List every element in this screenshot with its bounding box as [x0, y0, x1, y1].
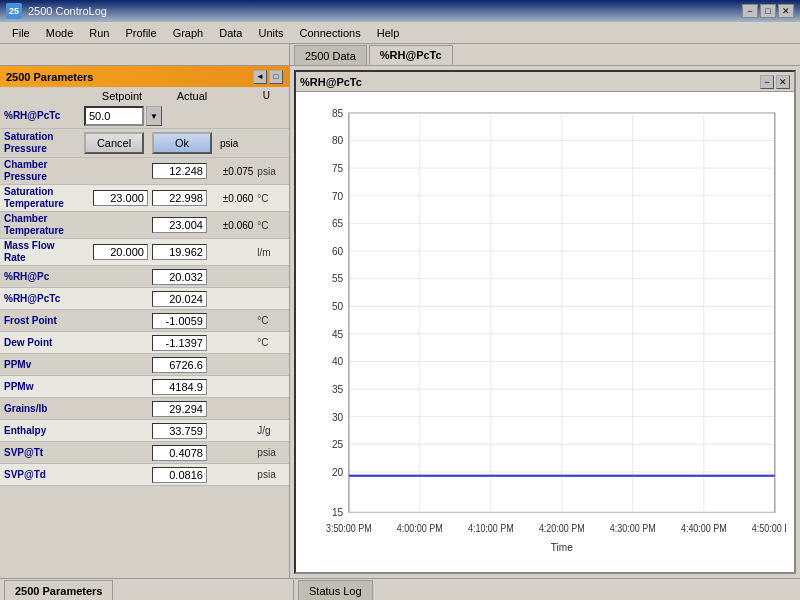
tab-rh-pctc-label: %RH@PcTc — [380, 49, 442, 61]
svg-text:4:20:00 PM: 4:20:00 PM — [539, 522, 585, 534]
param-setpoint: 23.000 — [78, 190, 152, 206]
param-actual: 0.0816 — [152, 467, 211, 483]
svg-text:4:30:00 PM: 4:30:00 PM — [610, 522, 656, 534]
menu-data[interactable]: Data — [211, 25, 250, 41]
maximize-button[interactable]: □ — [760, 4, 776, 18]
col-name-header — [4, 90, 84, 102]
menu-bar: File Mode Run Profile Graph Data Units C… — [0, 22, 800, 44]
menu-connections[interactable]: Connections — [292, 25, 369, 41]
param-actual: 4184.9 — [152, 379, 211, 395]
param-name: Enthalpy — [4, 425, 78, 437]
menu-units[interactable]: Units — [250, 25, 291, 41]
svg-text:50: 50 — [332, 299, 343, 312]
svg-text:Time: Time — [551, 540, 573, 553]
ok-button[interactable]: Ok — [152, 132, 212, 154]
chart-window-controls[interactable]: − ✕ — [760, 75, 790, 89]
bottom-tab-status-log[interactable]: Status Log — [298, 580, 373, 600]
cancel-button[interactable]: Cancel — [84, 132, 144, 154]
param-setpoint: 20.000 — [78, 244, 152, 260]
chart-close-btn[interactable]: ✕ — [776, 75, 790, 89]
param-name: Chamber Temperature — [4, 213, 78, 237]
param-name: Frost Point — [4, 315, 78, 327]
col-actual-header: Actual — [164, 90, 224, 102]
bottom-tab-parameters[interactable]: 2500 Parameters — [4, 580, 113, 600]
svg-text:70: 70 — [332, 189, 343, 202]
param-unit: J/g — [257, 425, 285, 436]
menu-mode[interactable]: Mode — [38, 25, 82, 41]
svg-text:85: 85 — [332, 106, 343, 119]
param-row: Saturation Temperature23.00022.998±0.060… — [0, 185, 289, 212]
left-panel: 2500 Parameters ◄ □ Setpoint Actual U %R… — [0, 66, 290, 578]
param-row: Enthalpy33.759J/g — [0, 420, 289, 442]
setpoint-dropdown[interactable]: ▼ — [146, 106, 162, 126]
panel-header-icons[interactable]: ◄ □ — [253, 70, 283, 84]
minimize-button[interactable]: − — [742, 4, 758, 18]
svg-text:3:50:00 PM: 3:50:00 PM — [326, 522, 372, 534]
menu-file[interactable]: File — [4, 25, 38, 41]
param-name: Grains/lb — [4, 403, 78, 415]
panel-pin-btn[interactable]: □ — [269, 70, 283, 84]
chart-area: 85 80 75 70 65 60 55 50 45 40 35 30 25 2… — [296, 92, 794, 572]
svg-text:40: 40 — [332, 355, 343, 368]
param-row: Chamber Pressure12.248±0.075psia — [0, 158, 289, 185]
param-row: Mass Flow Rate20.00019.962l/m — [0, 239, 289, 266]
param-actual: 20.024 — [152, 291, 211, 307]
param-actual: 6726.6 — [152, 357, 211, 373]
panel-collapse-btn[interactable]: ◄ — [253, 70, 267, 84]
svg-text:4:00:00 PM: 4:00:00 PM — [397, 522, 443, 534]
bottom-tabs: 2500 Parameters Status Log — [0, 578, 800, 600]
param-name: %RH@Pc — [4, 271, 78, 283]
param-row: %RH@PcTc20.024 — [0, 288, 289, 310]
param-name: PPMw — [4, 381, 78, 393]
menu-run[interactable]: Run — [81, 25, 117, 41]
param-actual: -1.1397 — [152, 335, 211, 351]
first-param-name: %RH@PcTc — [4, 110, 84, 122]
svg-text:4:50:00 PM: 4:50:00 PM — [752, 522, 786, 534]
param-name: Saturation Temperature — [4, 186, 78, 210]
setpoint-input[interactable] — [84, 106, 144, 126]
svg-text:75: 75 — [332, 161, 343, 174]
menu-graph[interactable]: Graph — [165, 25, 212, 41]
menu-profile[interactable]: Profile — [117, 25, 164, 41]
right-panel: %RH@PcTc − ✕ — [290, 66, 800, 578]
param-unit: °C — [257, 220, 285, 231]
chart-title: %RH@PcTc — [300, 76, 362, 88]
title-controls[interactable]: − □ ✕ — [742, 4, 794, 18]
param-uncertainty: ±0.060 — [211, 193, 257, 204]
app-title: 2500 ControLog — [28, 5, 107, 17]
param-unit: psia — [257, 469, 285, 480]
param-row: Grains/lb29.294 — [0, 398, 289, 420]
param-actual: 29.294 — [152, 401, 211, 417]
svg-text:30: 30 — [332, 410, 343, 423]
param-row: Chamber Temperature23.004±0.060°C — [0, 212, 289, 239]
main-content: 2500 Parameters ◄ □ Setpoint Actual U %R… — [0, 66, 800, 578]
param-name: SVP@Td — [4, 469, 78, 481]
svg-text:4:10:00 PM: 4:10:00 PM — [468, 522, 514, 534]
bottom-tab-status-log-label: Status Log — [309, 585, 362, 597]
chart-window: %RH@PcTc − ✕ — [294, 70, 796, 574]
param-name: SVP@Tt — [4, 447, 78, 459]
tab-rh-pctc[interactable]: %RH@PcTc — [369, 45, 453, 65]
param-name: Mass Flow Rate — [4, 240, 78, 264]
chart-minimize-btn[interactable]: − — [760, 75, 774, 89]
param-unit: l/m — [257, 247, 285, 258]
param-name: %RH@PcTc — [4, 293, 78, 305]
close-button[interactable]: ✕ — [778, 4, 794, 18]
svg-text:15: 15 — [332, 506, 343, 519]
svg-text:20: 20 — [332, 465, 343, 478]
saturation-pressure-label: Saturation Pressure — [4, 131, 84, 155]
tab-2500-data-label: 2500 Data — [305, 50, 356, 62]
param-row: Frost Point-1.0059°C — [0, 310, 289, 332]
menu-help[interactable]: Help — [369, 25, 408, 41]
params-header: Setpoint Actual U — [0, 88, 289, 104]
col-u-header: U — [224, 90, 274, 102]
param-actual: 19.962 — [152, 244, 211, 260]
panel-header: 2500 Parameters ◄ □ — [0, 66, 289, 88]
tab-2500-data[interactable]: 2500 Data — [294, 45, 367, 65]
param-name: Dew Point — [4, 337, 78, 349]
param-actual: 20.032 — [152, 269, 211, 285]
param-uncertainty: ±0.060 — [211, 220, 257, 231]
setpoint-input-area[interactable]: ▼ — [84, 106, 164, 126]
param-name: Chamber Pressure — [4, 159, 78, 183]
chart-window-titlebar: %RH@PcTc − ✕ — [296, 72, 794, 92]
